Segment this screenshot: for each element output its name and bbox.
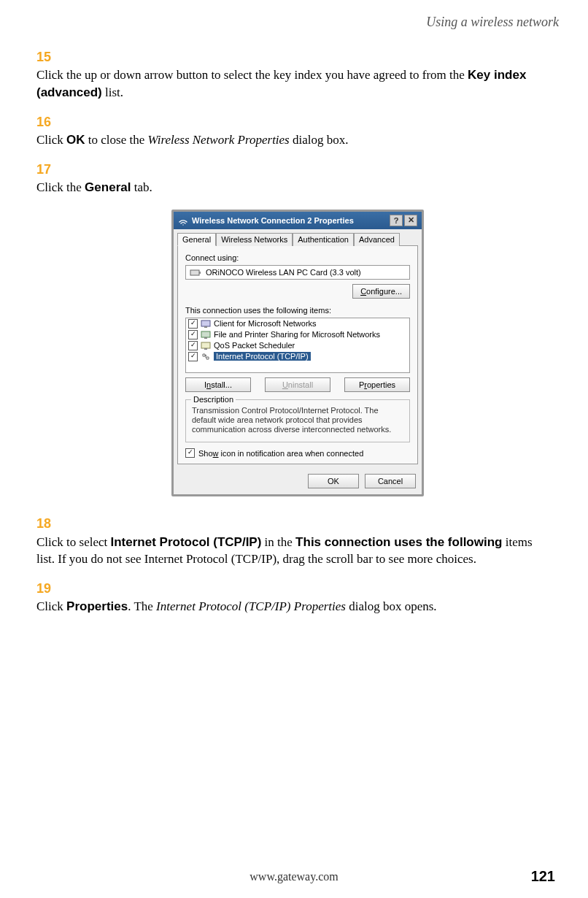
svg-rect-5 bbox=[204, 337, 207, 339]
text: dialog box. bbox=[290, 133, 349, 147]
page-number: 121 bbox=[531, 868, 555, 885]
svg-rect-3 bbox=[204, 326, 207, 328]
italic-text: Wireless Network Properties bbox=[148, 133, 290, 147]
svg-rect-4 bbox=[201, 331, 210, 337]
title-buttons: ? ✕ bbox=[390, 215, 417, 226]
step-text: Click to select Internet Protocol (TCP/I… bbox=[36, 534, 535, 569]
item-label: File and Printer Sharing for Microsoft N… bbox=[214, 330, 380, 339]
text: dialog box opens. bbox=[346, 599, 437, 613]
properties-dialog: Wireless Network Connection 2 Properties… bbox=[171, 210, 424, 497]
step-text: Click the up or down arrow button to sel… bbox=[36, 66, 535, 101]
svg-rect-2 bbox=[201, 321, 210, 326]
step-text: Click OK to close the Wireless Network P… bbox=[36, 131, 535, 149]
item-label: Client for Microsoft Networks bbox=[214, 319, 317, 328]
step-17: 17 Click the General tab. bbox=[36, 161, 559, 196]
step-text: Click Properties. The Internet Protocol … bbox=[36, 598, 535, 615]
adapter-icon bbox=[190, 268, 201, 277]
tab-panel-general: Connect using: ORiNOCO Wireless LAN PC C… bbox=[177, 245, 418, 465]
checkbox-icon[interactable]: ✓ bbox=[188, 319, 198, 329]
share-icon bbox=[201, 330, 211, 339]
list-item[interactable]: ✓ QoS Packet Scheduler bbox=[186, 340, 409, 351]
adapter-box: ORiNOCO Wireless LAN PC Card (3.3 volt) bbox=[185, 265, 410, 280]
step-19: 19 Click Properties. The Internet Protoc… bbox=[36, 580, 559, 615]
footer-url: www.gateway.com bbox=[0, 870, 588, 883]
svg-rect-1 bbox=[199, 272, 201, 274]
show-icon-row: ✓ Show icon in notification area when co… bbox=[185, 448, 410, 458]
checkbox-icon[interactable]: ✓ bbox=[188, 330, 198, 339]
text: Click bbox=[36, 599, 66, 613]
tab-advanced[interactable]: Advanced bbox=[354, 233, 400, 246]
titlebar: Wireless Network Connection 2 Properties… bbox=[174, 212, 422, 229]
text: in the bbox=[261, 535, 295, 549]
list-item[interactable]: ✓ Internet Protocol (TCP/IP) bbox=[186, 351, 409, 362]
list-item[interactable]: ✓ Client for Microsoft Networks bbox=[186, 318, 409, 329]
dialog-title: Wireless Network Connection 2 Properties bbox=[192, 216, 354, 225]
ok-button[interactable]: OK bbox=[308, 474, 359, 488]
checkbox-icon[interactable]: ✓ bbox=[188, 352, 198, 361]
step-text: Click the General tab. bbox=[36, 179, 535, 196]
text: to close the bbox=[85, 133, 148, 147]
configure-row: Configure... bbox=[185, 284, 410, 299]
wireless-icon bbox=[178, 215, 188, 226]
description-group: Description Transmission Control Protoco… bbox=[185, 399, 410, 443]
text: list. bbox=[102, 85, 123, 99]
step-number: 17 bbox=[36, 161, 57, 179]
step-number: 16 bbox=[36, 113, 57, 131]
text: tab. bbox=[131, 180, 152, 194]
tab-general[interactable]: General bbox=[177, 233, 216, 246]
text: Click the up or down arrow button to sel… bbox=[36, 68, 468, 82]
step-number: 18 bbox=[36, 515, 57, 533]
svg-rect-0 bbox=[190, 270, 199, 275]
ui-label: General bbox=[85, 180, 131, 194]
running-header: Using a wireless network bbox=[36, 15, 559, 30]
title-left: Wireless Network Connection 2 Properties bbox=[178, 215, 354, 226]
show-icon-label: Show icon in notification area when conn… bbox=[198, 449, 363, 458]
client-icon bbox=[201, 319, 211, 329]
ui-label: Internet Protocol (TCP/IP) bbox=[111, 535, 262, 549]
italic-text: Internet Protocol (TCP/IP) Properties bbox=[156, 599, 346, 613]
tcpip-icon bbox=[201, 352, 211, 361]
step-number: 15 bbox=[36, 48, 57, 66]
configure-button[interactable]: Configure... bbox=[352, 284, 410, 299]
item-label: QoS Packet Scheduler bbox=[214, 341, 295, 350]
install-button[interactable]: Install... bbox=[185, 377, 251, 392]
adapter-name: ORiNOCO Wireless LAN PC Card (3.3 volt) bbox=[206, 268, 361, 277]
step-15: 15 Click the up or down arrow button to … bbox=[36, 48, 559, 101]
tab-authentication[interactable]: Authentication bbox=[293, 233, 354, 246]
uninstall-button[interactable]: Uninstall bbox=[265, 377, 330, 392]
page: Using a wireless network 15 Click the up… bbox=[0, 0, 588, 898]
description-legend: Description bbox=[191, 395, 236, 404]
description-text: Transmission Control Protocol/Internet P… bbox=[192, 406, 403, 435]
items-list[interactable]: ✓ Client for Microsoft Networks ✓ File a… bbox=[185, 318, 410, 373]
cancel-button[interactable]: Cancel bbox=[365, 474, 416, 488]
ui-label: This connection uses the following bbox=[295, 535, 502, 549]
step-number: 19 bbox=[36, 580, 57, 598]
dialog-screenshot: Wireless Network Connection 2 Properties… bbox=[36, 210, 559, 497]
close-button[interactable]: ✕ bbox=[404, 215, 417, 226]
list-item[interactable]: ✓ File and Printer Sharing for Microsoft… bbox=[186, 329, 409, 340]
step-16: 16 Click OK to close the Wireless Networ… bbox=[36, 113, 559, 149]
text: Click the bbox=[36, 180, 85, 194]
svg-rect-6 bbox=[201, 342, 210, 348]
btn-rest: onfigure... bbox=[366, 287, 402, 296]
item-label-selected: Internet Protocol (TCP/IP) bbox=[214, 352, 311, 361]
text: Click bbox=[36, 133, 66, 147]
step-18: 18 Click to select Internet Protocol (TC… bbox=[36, 515, 559, 568]
svg-rect-7 bbox=[204, 348, 207, 350]
tab-strip: General Wireless Networks Authentication… bbox=[174, 229, 422, 245]
checkbox-icon[interactable]: ✓ bbox=[185, 448, 195, 458]
text: . The bbox=[128, 599, 156, 613]
checkbox-icon[interactable]: ✓ bbox=[188, 341, 198, 350]
tab-wireless-networks[interactable]: Wireless Networks bbox=[216, 233, 293, 246]
qos-icon bbox=[201, 341, 211, 350]
ui-label: OK bbox=[66, 133, 85, 147]
dialog-footer: OK Cancel bbox=[174, 468, 422, 494]
properties-button[interactable]: Properties bbox=[344, 377, 410, 392]
connect-using-label: Connect using: bbox=[185, 253, 410, 262]
item-buttons-row: Install... Uninstall Properties bbox=[185, 377, 410, 392]
ui-label: Properties bbox=[66, 599, 128, 613]
help-button[interactable]: ? bbox=[390, 215, 403, 226]
items-label: This connection uses the following items… bbox=[185, 306, 410, 315]
text: Click to select bbox=[36, 535, 111, 549]
